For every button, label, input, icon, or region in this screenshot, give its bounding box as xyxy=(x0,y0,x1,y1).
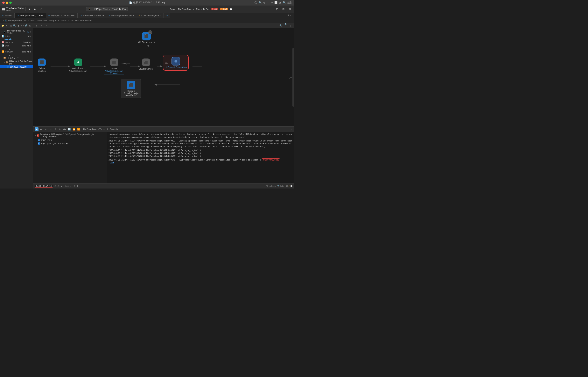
breadcrumb-thepaperbase[interactable]: 📱 ThePaperBase xyxy=(4,19,22,22)
tab-m2[interactable]: m xyxy=(164,13,170,18)
debugger-prev-btn[interactable]: ⏪ xyxy=(72,127,76,131)
search-icon[interactable]: 🔍 xyxy=(259,1,262,4)
tab-contdetail[interactable]: h ContDetailPageDB.h xyxy=(137,13,164,18)
auto-selector[interactable]: Auto ▾ xyxy=(65,185,71,187)
var-exception[interactable]: ▶ E Exception = (NSException *) *-{UIDyn… xyxy=(33,133,107,138)
footer-btn3[interactable]: ◀ xyxy=(60,185,62,187)
sidebar-item-disk[interactable]: 💽 Disk Zero KB/s xyxy=(0,44,33,47)
tab-detailpage[interactable]: m detailPageViewModel.m xyxy=(106,13,137,18)
run-button[interactable]: ▶ xyxy=(33,7,37,12)
settings-icon[interactable]: ⚙ xyxy=(30,31,31,33)
searchbar-icon[interactable]: 🔍 搜索 xyxy=(283,1,292,4)
bottom-footer: 0x6000073292c0 ⊞ A ◀ Auto ▾ 👁 | All Outp… xyxy=(33,183,294,188)
tab-list-icon[interactable]: ☰ xyxy=(288,14,289,17)
node-nsmutabledict1[interactable]: A _contentLookup NSMutableDictionary xyxy=(69,59,87,72)
branch-button[interactable]: ⎇ xyxy=(38,7,44,12)
breadcrumb-sep4: › xyxy=(78,19,79,22)
thread-project[interactable]: ThePaperBase xyxy=(83,128,97,130)
sidebar-diamond-btn[interactable]: ◆ xyxy=(17,24,20,28)
vmstack-badge: 11 xyxy=(148,30,152,34)
sidebar-search-btn[interactable]: 🔍 xyxy=(13,24,16,28)
tab-mypaper[interactable]: m MyPaperCh...elListCell.m xyxy=(46,13,78,18)
debugger-step-out-btn[interactable]: ↪ xyxy=(48,127,52,131)
zoom-icon[interactable]: ⊕ xyxy=(263,1,265,4)
thread-name[interactable]: Thread 1 xyxy=(99,128,108,130)
node-uidynamic-selected[interactable]: ⬟ UIDynamicCatalogColor xyxy=(163,55,189,71)
layout-btn2[interactable]: ◫ xyxy=(281,7,286,12)
breadcrumb-uikitcore[interactable]: UIKitCore xyxy=(24,19,34,22)
sidebar-item-memory[interactable]: 🧠 Memory Disabled xyxy=(0,41,33,44)
stop-button[interactable]: ■ xyxy=(27,7,32,12)
sidebar-item-uikitcore[interactable]: ▾ 📦 UIKitCore (1) xyxy=(0,56,33,60)
window-icon2[interactable]: ⬜ xyxy=(274,1,277,4)
debugger-up-btn[interactable]: ⬆ xyxy=(53,127,57,131)
debugger-step-over-btn[interactable]: ⏭ xyxy=(39,127,43,131)
share-icon[interactable]: ⬆ xyxy=(267,1,269,4)
breadcrumb-nav-prev[interactable]: ‹ xyxy=(1,19,2,22)
sidebar-item-uidynamic[interactable]: ▾ 📦 UIDynamicCatalogColor (1) xyxy=(0,60,33,65)
sidebar-filter-btn[interactable]: ▤ xyxy=(9,24,12,28)
tab-root-paths[interactable]: m Root-paths: (null) – (null) xyxy=(15,13,46,18)
breadcrumb-uidynamic[interactable]: UIDynamicCatalogColor xyxy=(36,19,59,22)
canvas-zoom-in[interactable]: 🔍+ xyxy=(284,24,288,28)
footer-btn2[interactable]: A xyxy=(58,185,59,187)
debugger-next-btn[interactable]: ⏩ xyxy=(77,127,81,131)
eye-icon[interactable]: 👁 xyxy=(74,185,76,187)
node-uibuttoncontent[interactable]: ⬛ UIButtonContent xyxy=(139,59,153,70)
breadcrumb-nav-next[interactable]: › xyxy=(3,19,4,22)
var-argc[interactable]: A argc = (int) 1 xyxy=(33,138,107,142)
debugger-toggle-btn[interactable]: ◀▶ xyxy=(63,127,67,131)
tab-nav-left[interactable]: ‹ xyxy=(290,14,291,17)
sidebar-x-btn[interactable]: ✕ xyxy=(5,24,8,28)
var-argv[interactable]: A argv = (char **) 0x7ff7bc7880e0 xyxy=(33,142,107,145)
thread-frame[interactable]: 50 main xyxy=(110,128,118,130)
circle-icon[interactable]: ◉ xyxy=(279,1,281,4)
fullscreen-button[interactable] xyxy=(9,1,12,4)
debugger-step-in-btn[interactable]: ↩ xyxy=(44,127,48,131)
footer-filter-icon[interactable]: 🔍 Filter xyxy=(277,185,285,187)
tab-main[interactable]: m main.m xyxy=(0,13,15,18)
tab-moreview[interactable]: m moreViewController.m xyxy=(78,13,106,18)
sidebar-item-network[interactable]: 📶 Network Zero KB/s xyxy=(0,50,33,53)
debugger-refresh-btn[interactable]: 🔄 xyxy=(67,127,71,131)
debugger-down-btn[interactable]: ⬇ xyxy=(58,127,62,131)
vmstack-node[interactable]: ⬛ 11 VM: Stack thread 0 xyxy=(138,32,155,43)
nsmutdict2-label[interactable]: NSMutableDictionary (Storage) xyxy=(104,70,124,74)
close-button[interactable] xyxy=(2,1,5,4)
breadcrumb-address[interactable]: 0x6000073292c0 xyxy=(61,19,77,22)
info-icon[interactable]: ⓘ xyxy=(254,1,257,4)
sidebar-item-cpu[interactable]: 📊 CPU 6% xyxy=(0,35,33,38)
minimize-button[interactable] xyxy=(6,1,8,4)
footer-btn1[interactable]: ⊞ xyxy=(54,185,56,187)
layout-btn1[interactable]: ⊞ xyxy=(275,7,280,12)
sidebar-link-btn[interactable]: 🔗 xyxy=(25,24,28,28)
layout-btn3[interactable]: ▤ xyxy=(287,7,292,12)
node-uibutton[interactable]: ⬛ Button UIButton xyxy=(38,59,46,72)
canvas-zoom-fit[interactable]: ⊡ xyxy=(288,24,292,28)
tab-icon-mypaper: m xyxy=(48,14,50,16)
sidebar-grid-btn[interactable]: ⊞ xyxy=(29,24,32,28)
device-selector[interactable]: 📱 ThePaperBase › iPhone 14 Pro xyxy=(86,7,128,11)
canvas-grid-btn[interactable]: ⊞ xyxy=(35,24,38,28)
sidebar-folder-btn[interactable]: 📁 xyxy=(1,24,4,28)
canvas-zoom-out[interactable]: 🔍- xyxy=(279,24,283,28)
sidebar-item-thepaperbase[interactable]: ▾ 📱 ThePaperBase PID 63451 ⓘ ⚙ xyxy=(0,29,33,35)
bottom-panel: ▶ ⏭ ↩ ↪ ⬆ ⬇ ◀▶ 🔄 ⏪ ⏩ ThePaperBase › Thre… xyxy=(33,126,294,188)
breadcrumb-noselection[interactable]: No Selection xyxy=(80,19,92,22)
console-line-lldb: (lldb) xyxy=(108,161,292,164)
thread0-stack[interactable]: ⬛ Thread 0 Thread_8...main-thread (seria… xyxy=(121,79,141,98)
status-text: Paused ThePaperBase on iPhone 14 Pro xyxy=(170,8,209,10)
var-chevron-exception[interactable]: ▶ xyxy=(35,134,36,136)
argv-badge: A xyxy=(38,142,40,145)
edit-icon[interactable]: ✏ xyxy=(271,1,273,4)
tab-nav-right[interactable]: › xyxy=(292,14,292,17)
sidebar-tag-btn[interactable]: 🏷 xyxy=(21,24,24,28)
node-nsmutabledict2[interactable]: ⬛ storage NSMutableDictionary (Storage) xyxy=(104,59,124,74)
status-area: Paused ThePaperBase on iPhone 14 Pro ⚠ 8… xyxy=(170,8,232,10)
debugger-continue-btn[interactable]: ▶ xyxy=(35,127,38,131)
canvas-nav-fwd[interactable]: › xyxy=(45,24,48,28)
canvas-nav-back[interactable]: ‹ xyxy=(40,24,44,28)
nsmutdict1-sublabel: _contentLookup xyxy=(71,67,85,69)
output-selector[interactable]: All Output ▾ xyxy=(266,185,276,187)
sidebar-item-address[interactable]: 🔵 0x6000073292c0 xyxy=(0,65,33,68)
